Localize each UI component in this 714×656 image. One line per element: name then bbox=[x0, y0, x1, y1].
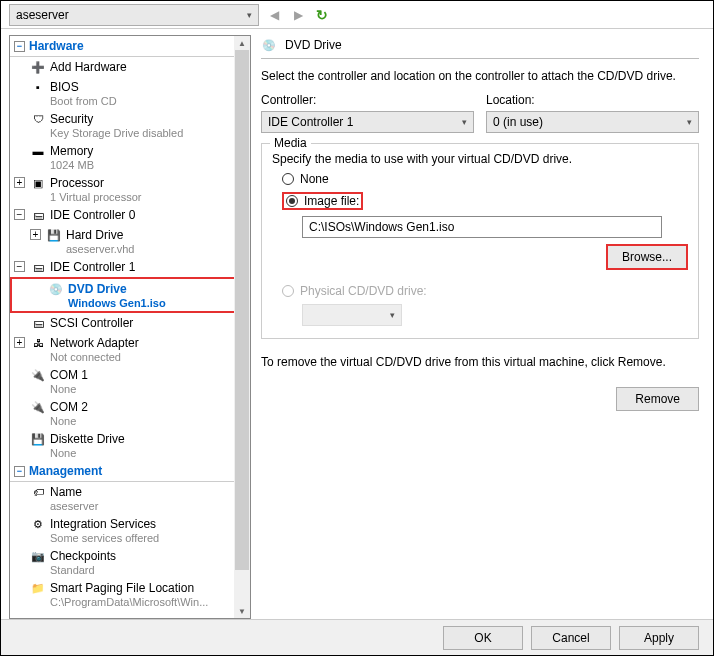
management-section-header[interactable]: − Management bbox=[10, 461, 250, 482]
tree-item-network[interactable]: + 🖧Network Adapter Not connected bbox=[10, 333, 250, 365]
media-fieldset: Media Specify the media to use with your… bbox=[261, 143, 699, 339]
radio-image-row[interactable]: Image file: bbox=[272, 192, 688, 210]
management-label: Management bbox=[29, 464, 102, 478]
scsi-icon: 🖴 bbox=[30, 315, 46, 331]
tree-item-paging[interactable]: 📁Smart Paging File Location C:\ProgramDa… bbox=[10, 578, 250, 610]
cancel-button[interactable]: Cancel bbox=[531, 626, 611, 650]
tree-item-bios[interactable]: ▪BIOS Boot from CD bbox=[10, 77, 250, 109]
chevron-down-icon: ▾ bbox=[687, 117, 692, 127]
controller-icon: 🖴 bbox=[30, 259, 46, 275]
add-hardware-icon: ➕ bbox=[30, 59, 46, 75]
refresh-icon: ↻ bbox=[316, 7, 328, 23]
tree-item-diskette[interactable]: 💾Diskette Drive None bbox=[10, 429, 250, 461]
ok-button[interactable]: OK bbox=[443, 626, 523, 650]
folder-icon: 📁 bbox=[30, 580, 46, 596]
apply-button[interactable]: Apply bbox=[619, 626, 699, 650]
remove-button[interactable]: Remove bbox=[616, 387, 699, 411]
tree-item-security[interactable]: 🛡Security Key Storage Drive disabled bbox=[10, 109, 250, 141]
collapse-icon[interactable]: − bbox=[14, 261, 25, 272]
name-icon: 🏷 bbox=[30, 484, 46, 500]
radio-none-row[interactable]: None bbox=[272, 172, 688, 186]
tree-item-ide1[interactable]: − 🖴IDE Controller 1 bbox=[10, 257, 250, 277]
chevron-down-icon: ▾ bbox=[462, 117, 467, 127]
hardware-label: Hardware bbox=[29, 39, 84, 53]
disk-icon: 💾 bbox=[46, 227, 62, 243]
collapse-icon[interactable]: − bbox=[14, 209, 25, 220]
radio-image-file[interactable] bbox=[286, 195, 298, 207]
memory-icon: ▬ bbox=[30, 143, 46, 159]
bios-icon: ▪ bbox=[30, 79, 46, 95]
dvd-icon: 💿 bbox=[261, 37, 277, 53]
tree-item-checkpoints[interactable]: 📷Checkpoints Standard bbox=[10, 546, 250, 578]
location-dropdown[interactable]: 0 (in use) ▾ bbox=[486, 111, 699, 133]
tree-item-com2[interactable]: 🔌COM 2 None bbox=[10, 397, 250, 429]
shield-icon: 🛡 bbox=[30, 111, 46, 127]
tree-item-dvd-drive[interactable]: 💿DVD Drive Windows Gen1.iso bbox=[10, 277, 250, 313]
dvd-icon: 💿 bbox=[48, 281, 64, 297]
media-description: Specify the media to use with your virtu… bbox=[272, 152, 688, 166]
com-port-icon: 🔌 bbox=[30, 399, 46, 415]
dialog-footer: OK Cancel Apply bbox=[1, 619, 713, 655]
expand-icon[interactable]: + bbox=[14, 337, 25, 348]
tree-item-scsi[interactable]: 🖴SCSI Controller bbox=[10, 313, 250, 333]
tree-item-com1[interactable]: 🔌COM 1 None bbox=[10, 365, 250, 397]
radio-physical bbox=[282, 285, 294, 297]
checkpoint-icon: 📷 bbox=[30, 548, 46, 564]
tree-item-processor[interactable]: + ▣Processor 1 Virtual processor bbox=[10, 173, 250, 205]
tree-item-name[interactable]: 🏷Name aseserver bbox=[10, 482, 250, 514]
radio-none[interactable] bbox=[282, 173, 294, 185]
vm-selector-dropdown[interactable]: aseserver ▾ bbox=[9, 4, 259, 26]
hardware-section-header[interactable]: − Hardware bbox=[10, 36, 250, 57]
refresh-button[interactable]: ↻ bbox=[313, 6, 331, 24]
controller-icon: 🖴 bbox=[30, 207, 46, 223]
remove-description: To remove the virtual CD/DVD drive from … bbox=[261, 355, 699, 369]
radio-physical-row: Physical CD/DVD drive: bbox=[272, 284, 688, 298]
image-path-input[interactable]: C:\ISOs\Windows Gen1.iso bbox=[302, 216, 662, 238]
scroll-down-arrow[interactable]: ▼ bbox=[234, 604, 250, 618]
settings-tree: − Hardware ➕Add Hardware ▪BIOS Boot from… bbox=[9, 35, 251, 619]
diskette-icon: 💾 bbox=[30, 431, 46, 447]
vm-name: aseserver bbox=[16, 8, 69, 22]
pane-title: DVD Drive bbox=[285, 38, 342, 52]
network-icon: 🖧 bbox=[30, 335, 46, 351]
nav-forward-button[interactable]: ▶ bbox=[289, 6, 307, 24]
sidebar-scrollbar[interactable]: ▲ ▼ bbox=[234, 36, 250, 618]
tree-item-integration[interactable]: ⚙Integration Services Some services offe… bbox=[10, 514, 250, 546]
scrollbar-thumb[interactable] bbox=[235, 50, 249, 570]
controller-label: Controller: bbox=[261, 93, 316, 107]
tree-item-add-hardware[interactable]: ➕Add Hardware bbox=[10, 57, 250, 77]
scroll-up-arrow[interactable]: ▲ bbox=[234, 36, 250, 50]
nav-back-button[interactable]: ◀ bbox=[265, 6, 283, 24]
tree-item-memory[interactable]: ▬Memory 1024 MB bbox=[10, 141, 250, 173]
location-label: Location: bbox=[486, 93, 535, 107]
expand-icon[interactable]: + bbox=[30, 229, 41, 240]
chevron-down-icon: ▾ bbox=[390, 310, 395, 320]
pane-description: Select the controller and location on th… bbox=[261, 69, 699, 83]
divider bbox=[261, 58, 699, 59]
media-legend: Media bbox=[270, 136, 311, 150]
cpu-icon: ▣ bbox=[30, 175, 46, 191]
tree-item-ide0[interactable]: − 🖴IDE Controller 0 bbox=[10, 205, 250, 225]
com-port-icon: 🔌 bbox=[30, 367, 46, 383]
collapse-icon[interactable]: − bbox=[14, 41, 25, 52]
browse-button[interactable]: Browse... bbox=[606, 244, 688, 270]
physical-drive-dropdown: ▾ bbox=[302, 304, 402, 326]
tree-item-hard-drive[interactable]: + 💾Hard Drive aseserver.vhd bbox=[10, 225, 250, 257]
top-toolbar: aseserver ▾ ◀ ▶ ↻ bbox=[1, 1, 713, 29]
chevron-down-icon: ▾ bbox=[247, 10, 252, 20]
collapse-icon[interactable]: − bbox=[14, 466, 25, 477]
integration-icon: ⚙ bbox=[30, 516, 46, 532]
expand-icon[interactable]: + bbox=[14, 177, 25, 188]
controller-dropdown[interactable]: IDE Controller 1 ▾ bbox=[261, 111, 474, 133]
content-pane: 💿 DVD Drive Select the controller and lo… bbox=[251, 29, 713, 619]
